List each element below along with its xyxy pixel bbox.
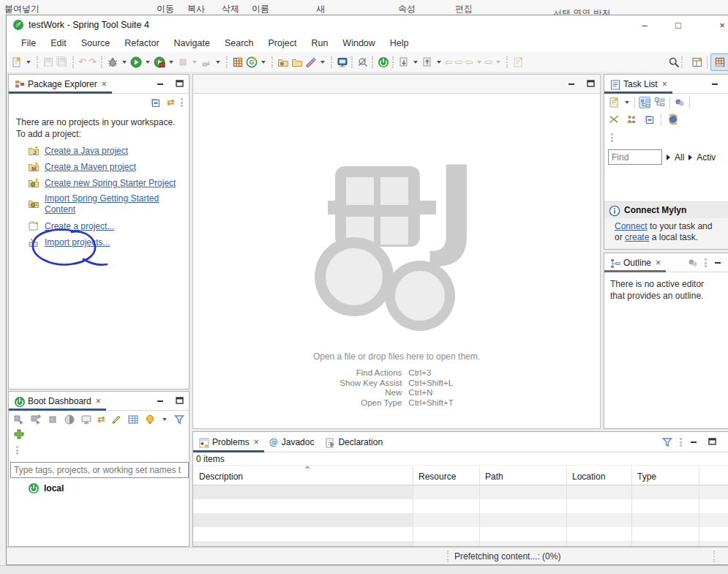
debug-icon[interactable] — [107, 56, 119, 68]
minimize-view-icon[interactable] — [710, 78, 721, 90]
run-icon[interactable] — [130, 56, 142, 68]
tab-task-list[interactable]: Task List × — [604, 75, 672, 93]
ribbon-invert-selection[interactable]: 선택 영역 반전 — [553, 7, 611, 15]
previous-annotation-dropdown[interactable] — [437, 61, 441, 64]
save-icon[interactable] — [42, 56, 54, 68]
outline-view-menu-icon[interactable] — [705, 258, 707, 267]
tl-scope-all-label[interactable]: All — [675, 152, 684, 163]
bd-debug-start-icon[interactable] — [30, 414, 42, 425]
view-menu-icon[interactable] — [181, 98, 183, 107]
undo-icon[interactable]: ↶ — [78, 56, 86, 68]
tab-problems[interactable]: Problems × — [193, 432, 264, 452]
menu-project[interactable]: Project — [261, 36, 304, 51]
run-external-icon[interactable] — [200, 56, 212, 68]
bd-tips-dropdown[interactable] — [162, 418, 167, 421]
bd-local-row[interactable]: local — [28, 482, 64, 493]
col-type[interactable]: Type — [637, 471, 656, 482]
bd-link-icon[interactable]: ⇄ — [97, 414, 105, 425]
run-dropdown[interactable] — [146, 61, 150, 64]
create-project-link[interactable]: Create a project... — [45, 221, 114, 231]
console-icon[interactable] — [337, 56, 348, 68]
close-tab-icon[interactable]: × — [254, 437, 259, 447]
menu-file[interactable]: File — [14, 36, 43, 51]
java-perspective-button[interactable] — [710, 53, 728, 71]
problems-filter-icon[interactable] — [661, 436, 673, 448]
close-tab-icon[interactable]: × — [662, 79, 667, 89]
bd-filter-input[interactable] — [10, 462, 189, 478]
menu-refactor[interactable]: Refactor — [117, 36, 166, 51]
spring-dropdown[interactable] — [261, 61, 266, 64]
pin-editor-icon[interactable] — [512, 56, 524, 68]
col-path[interactable]: Path — [485, 471, 503, 482]
tl-synchronize-icon[interactable] — [667, 113, 679, 125]
bd-properties-icon[interactable] — [127, 414, 139, 425]
create-maven-project-link[interactable]: Create a Maven project — [45, 162, 136, 172]
create-spring-starter-link[interactable]: Create new Spring Starter Project — [45, 178, 176, 188]
ribbon-delete[interactable]: 삭제 — [222, 3, 239, 15]
open-type-folder-icon[interactable] — [277, 56, 289, 68]
forward-history-dropdown[interactable] — [496, 61, 500, 64]
link-with-editor-icon[interactable]: ⇄ — [167, 97, 175, 108]
last-edit-forward-icon[interactable]: ⇨ — [455, 56, 463, 68]
back-history-icon[interactable]: ⇦ — [465, 56, 473, 68]
redo-icon[interactable]: ↷ — [89, 56, 97, 68]
col-location[interactable]: Location — [572, 471, 605, 482]
minimize-view-icon[interactable] — [566, 78, 578, 90]
tl-categorized-icon[interactable] — [639, 97, 650, 108]
tl-hide-completed-icon[interactable] — [608, 113, 620, 125]
outline-presentation-icon[interactable] — [687, 257, 699, 269]
bd-start-icon[interactable] — [13, 414, 25, 425]
menu-window[interactable]: Window — [335, 36, 382, 51]
stop-dropdown[interactable] — [192, 61, 197, 64]
col-description[interactable]: Description — [199, 471, 243, 482]
close-tab-icon[interactable]: × — [656, 258, 661, 268]
tl-presentation-icon[interactable] — [674, 97, 686, 108]
editor-drop-zone[interactable]: J Open a file or drop files here to open… — [193, 94, 600, 428]
bd-add-icon[interactable] — [13, 428, 25, 440]
tab-declaration[interactable]: Declaration — [319, 432, 388, 452]
open-task-dropdown[interactable] — [320, 61, 325, 64]
close-tab-icon[interactable]: × — [102, 79, 107, 89]
bd-view-menu-icon[interactable] — [16, 446, 18, 455]
tl-scope-active-label[interactable]: Activ — [697, 152, 716, 163]
ribbon-rename[interactable]: 이름 — [252, 3, 269, 15]
tab-outline[interactable]: Outline × — [604, 253, 666, 272]
tl-new-task-icon[interactable] — [608, 97, 620, 108]
open-task-icon[interactable] — [305, 56, 317, 68]
new-java-project-icon[interactable] — [232, 56, 244, 68]
maximize-view-icon[interactable] — [174, 395, 186, 407]
window-maximize-button[interactable]: □ — [662, 15, 694, 34]
minimize-view-icon[interactable] — [155, 78, 167, 90]
title-bar[interactable]: testWork - Spring Tool Suite 4 – □ × — [7, 15, 728, 34]
collapse-all-icon[interactable] — [149, 97, 161, 108]
tab-package-explorer[interactable]: Package Explorer × — [9, 75, 112, 93]
tl-scheduled-icon[interactable] — [654, 97, 666, 108]
ribbon-copy[interactable]: 복사 — [187, 3, 205, 15]
minimize-view-icon[interactable] — [713, 257, 724, 269]
bd-filter-icon[interactable] — [173, 414, 185, 425]
import-spring-content-link[interactable]: Import Spring Getting StartedContent — [45, 193, 159, 215]
window-minimize-button[interactable]: – — [628, 15, 661, 34]
menu-run[interactable]: Run — [304, 36, 335, 51]
bd-tips-icon[interactable] — [144, 414, 156, 425]
open-perspective-icon[interactable] — [691, 56, 703, 68]
mark-occurrences-icon[interactable] — [357, 56, 369, 68]
menu-help[interactable]: Help — [383, 36, 416, 51]
bd-console-icon[interactable] — [80, 414, 92, 425]
next-annotation-icon[interactable] — [398, 56, 410, 68]
problems-view-menu-icon[interactable] — [680, 438, 682, 447]
col-resource[interactable]: Resource — [419, 471, 456, 482]
tab-javadoc[interactable]: @ Javadoc — [264, 432, 320, 452]
tl-scope-active-arrow-icon[interactable] — [688, 154, 692, 160]
ribbon-properties[interactable]: 속성 — [398, 3, 416, 15]
profile-icon[interactable] — [154, 56, 165, 68]
maximize-view-icon[interactable] — [585, 78, 597, 90]
back-history-dropdown[interactable] — [477, 61, 481, 64]
close-tab-icon[interactable]: × — [96, 396, 101, 406]
ribbon-edit[interactable]: 편집 — [455, 3, 473, 15]
tl-find-input[interactable] — [608, 149, 662, 165]
spring-boot-devtools-icon[interactable] — [378, 56, 389, 68]
tl-scope-all-arrow-icon[interactable] — [667, 154, 670, 160]
new-spring-starter-icon[interactable]: G — [246, 56, 258, 68]
menu-source[interactable]: Source — [74, 36, 118, 51]
